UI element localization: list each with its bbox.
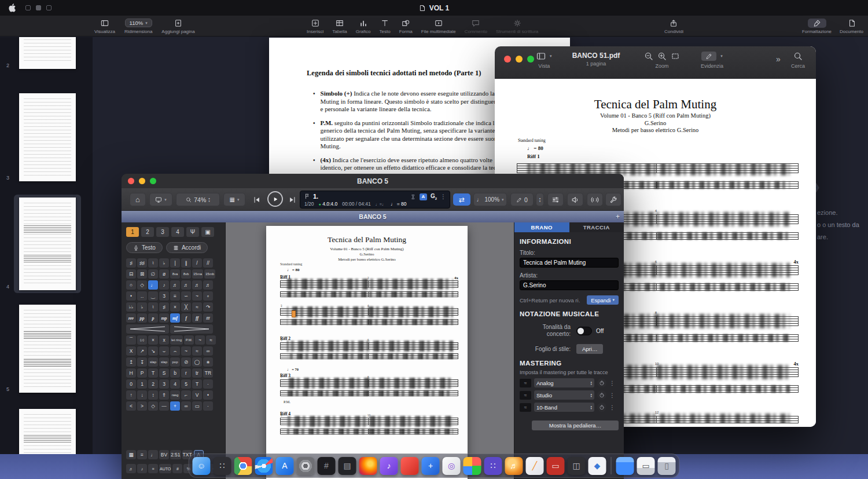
dock-launchpad[interactable]: ∷: [214, 457, 231, 475]
palette-symbol[interactable]: ø: [159, 269, 169, 279]
panel-tab-traccia[interactable]: TRACCIA: [569, 222, 624, 232]
palette-symbol[interactable]: ♭♭: [126, 302, 136, 312]
palette-symbol[interactable]: ~: [192, 291, 202, 301]
palette-symbol[interactable]: ⊠: [137, 269, 147, 279]
palette-symbol[interactable]: //: [203, 258, 213, 268]
dock-video-app[interactable]: [401, 457, 419, 475]
concert-pitch-toggle[interactable]: [576, 327, 592, 335]
palette-tool[interactable]: ≡: [137, 450, 147, 459]
palette-symbol[interactable]: ∞: [203, 346, 213, 356]
crescendo-icon[interactable]: [126, 324, 169, 334]
palette-symbol[interactable]: slap: [159, 357, 169, 367]
palette-symbol[interactable]: TR: [203, 368, 213, 378]
palette-symbol[interactable]: ╳: [181, 302, 191, 312]
palette-tool[interactable]: 2:51: [170, 450, 181, 459]
toolbar-item-documento[interactable]: Documento: [840, 17, 863, 35]
palette-symbol[interactable]: 4: [170, 379, 180, 389]
panel-tab-brano[interactable]: BRANO: [514, 222, 569, 232]
dock-photo-booth[interactable]: ◎: [443, 457, 461, 475]
palette-symbol[interactable]: ⊟: [126, 269, 136, 279]
zoom-window-button[interactable]: [150, 178, 156, 184]
toolbar-item-tabella[interactable]: Tabella: [332, 17, 347, 35]
palette-symbol[interactable]: ▭: [192, 401, 202, 411]
row-menu-icon[interactable]: ⋮: [609, 380, 615, 386]
zoom-stepper[interactable]: ▴▾: [208, 197, 210, 203]
row-menu-icon[interactable]: ⋮: [609, 404, 615, 411]
zoom-window-button[interactable]: [527, 56, 534, 63]
palette-symbol[interactable]: >: [137, 401, 147, 411]
palette-symbol[interactable]: ≡: [170, 291, 180, 301]
palette-symbol[interactable]: ↕: [148, 390, 158, 400]
palette-symbol[interactable]: 3: [159, 379, 169, 389]
toolbar-item-aggiungi-pagina[interactable]: Aggiungi pagina: [161, 17, 194, 35]
score-tab-bar[interactable]: BANCO 5 +: [122, 211, 624, 222]
palette-symbol[interactable]: mp: [159, 313, 169, 323]
count-in-control[interactable]: 0: [510, 193, 534, 206]
more-toolbar-items-icon[interactable]: »: [776, 54, 781, 64]
palette-symbol[interactable]: ∥: [181, 258, 191, 268]
palette-symbol[interactable]: ♬: [192, 280, 202, 290]
palette-symbol[interactable]: |: [170, 258, 180, 268]
hourglass-icon[interactable]: [410, 194, 416, 200]
toolbar-item-condividi[interactable]: Condividi: [664, 17, 683, 35]
page-thumbnail-3[interactable]: 3: [14, 90, 81, 184]
toolbar-item-forma[interactable]: Forma: [399, 17, 413, 35]
palette-symbol[interactable]: V: [192, 390, 202, 400]
loop-button[interactable]: ⇄: [453, 193, 470, 206]
view-mode-button[interactable]: ▾: [149, 193, 172, 206]
palette-symbol[interactable]: ⌣: [159, 346, 169, 356]
palette-symbol[interactable]: pop: [170, 357, 180, 367]
search-icon[interactable]: [793, 52, 803, 61]
row-menu-icon[interactable]: ⋮: [609, 392, 615, 398]
mixer-button[interactable]: [547, 193, 564, 206]
palette-symbol[interactable]: ↗: [137, 346, 147, 356]
page-thumbnail-6[interactable]: 6: [14, 406, 81, 454]
show-pedalboard-button[interactable]: Mostra la pedaliera…: [532, 421, 619, 430]
palette-symbol[interactable]: ⊘: [181, 357, 191, 367]
minimize-button[interactable]: [139, 178, 145, 184]
close-button[interactable]: [504, 56, 511, 63]
page-thumbnail-2[interactable]: 2: [14, 37, 81, 72]
home-button[interactable]: ⌂: [130, 193, 146, 206]
edit-cursor[interactable]: [292, 310, 296, 317]
palette-symbol[interactable]: ∗: [203, 357, 213, 367]
palette-symbol[interactable]: ↑: [126, 390, 136, 400]
toolbar-item-visualizza[interactable]: Visualizza: [94, 17, 115, 35]
power-toggle[interactable]: [597, 390, 606, 400]
palette-symbol[interactable]: p: [148, 313, 158, 323]
palette-symbol[interactable]: X: [126, 346, 136, 356]
palette-symbol[interactable]: ∞: [181, 401, 191, 411]
palette-symbol[interactable]: P: [137, 368, 147, 378]
palette-symbol[interactable]: <: [126, 401, 136, 411]
voice-button-2[interactable]: 2: [141, 227, 154, 237]
dock-text-editor[interactable]: ◫: [568, 457, 586, 475]
dock-add-on-app[interactable]: +: [422, 457, 440, 475]
palette-symbol[interactable]: ≈: [192, 302, 202, 312]
value-stepper[interactable]: ▴▾: [536, 193, 544, 206]
toolbar-item-strumenti-di-scrittura[interactable]: Strumenti di scrittura: [496, 17, 538, 35]
palette-symbol[interactable]: +: [170, 401, 180, 411]
palette-symbol[interactable]: ‿: [148, 291, 158, 301]
palette-symbol[interactable]: P.M.: [184, 335, 194, 345]
capo-badge[interactable]: A: [420, 193, 427, 200]
mastering-select[interactable]: 10-Band▴▾: [534, 403, 594, 412]
dock-firefox[interactable]: [359, 457, 377, 475]
palette-symbol[interactable]: ◇: [148, 401, 158, 411]
previous-button[interactable]: [250, 194, 264, 205]
palette-symbol[interactable]: (♪): [137, 335, 147, 345]
palette-symbol[interactable]: tr: [192, 368, 202, 378]
zoom-level-control[interactable]: 110%▾: [125, 19, 152, 27]
palette-symbol[interactable]: 5: [181, 379, 191, 389]
toolbar-item-inserisci[interactable]: Inserisci: [307, 17, 323, 35]
palette-symbol[interactable]: ♬: [203, 280, 213, 290]
dock-pdf-reader[interactable]: ▭: [547, 457, 565, 475]
palette-symbol[interactable]: ·: [203, 401, 213, 411]
chevron-down-icon[interactable]: ▾: [720, 54, 723, 58]
toolbar-item-formattazione[interactable]: Formattazione: [802, 17, 832, 35]
artist-input[interactable]: [520, 280, 619, 290]
zoom-control[interactable]: 74% ▴▾: [176, 193, 220, 206]
palette-tool[interactable]: ♬: [126, 464, 136, 473]
palette-symbol[interactable]: ↓: [137, 390, 147, 400]
palette-symbol[interactable]: /: [192, 258, 202, 268]
palette-symbol[interactable]: ♮: [148, 258, 158, 268]
